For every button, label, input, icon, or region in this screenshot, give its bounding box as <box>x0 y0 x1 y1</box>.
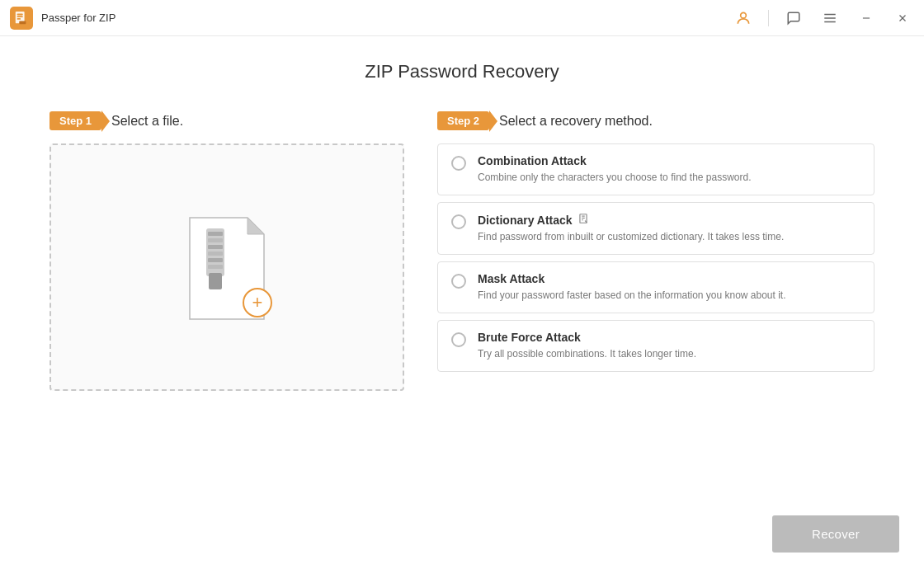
svg-rect-3 <box>17 18 21 20</box>
svg-rect-19 <box>208 258 223 262</box>
svg-rect-20 <box>208 265 223 269</box>
main-content: ZIP Password Recovery Step 1 Select a fi… <box>0 36 924 407</box>
svg-rect-1 <box>17 13 23 15</box>
minimize-button[interactable] <box>855 7 878 30</box>
dictionary-external-icon <box>578 213 589 227</box>
method-name-brute-force: Brute Force Attack <box>478 331 696 344</box>
method-desc-combination: Combine only the characters you choose t… <box>478 170 752 185</box>
step2-label: Select a recovery method. <box>499 114 653 129</box>
svg-rect-21 <box>209 273 222 289</box>
divider <box>768 10 769 26</box>
logo-icon <box>14 11 29 26</box>
method-mask[interactable]: Mask Attack Find your password faster ba… <box>437 261 874 313</box>
radio-combination[interactable] <box>451 156 466 171</box>
file-drop-zone[interactable]: + <box>50 143 404 391</box>
step2-header: Step 2 Select a recovery method. <box>437 111 874 130</box>
app-logo <box>10 7 33 30</box>
svg-rect-2 <box>17 16 23 17</box>
svg-rect-16 <box>208 238 223 242</box>
method-name-mask: Mask Attack <box>478 272 786 285</box>
window-controls <box>732 7 914 30</box>
close-button[interactable] <box>891 7 914 30</box>
account-button[interactable] <box>732 7 755 30</box>
step1-header: Step 1 Select a file. <box>50 111 404 130</box>
app-title: Passper for ZIP <box>41 12 732 24</box>
step1-label: Select a file. <box>111 114 183 129</box>
step1-badge: Step 1 <box>50 111 101 130</box>
add-file-button[interactable]: + <box>243 288 272 317</box>
svg-rect-15 <box>208 232 223 236</box>
method-desc-brute-force: Try all possible combinations. It takes … <box>478 346 696 361</box>
method-brute-force[interactable]: Brute Force Attack Try all possible comb… <box>437 320 874 372</box>
step2-column: Step 2 Select a recovery method. Combina… <box>437 111 874 372</box>
svg-marker-13 <box>248 218 264 234</box>
svg-rect-18 <box>208 252 223 256</box>
svg-point-5 <box>741 12 747 18</box>
recover-btn-row: Recover <box>772 515 899 553</box>
title-bar: Passper for ZIP <box>0 0 924 36</box>
step2-badge: Step 2 <box>437 111 489 130</box>
step1-column: Step 1 Select a file. <box>50 111 404 391</box>
zip-file-icon: + <box>182 214 272 321</box>
method-desc-mask: Find your password faster based on the i… <box>478 288 786 303</box>
radio-mask[interactable] <box>451 274 466 289</box>
menu-button[interactable] <box>818 7 842 30</box>
recover-button[interactable]: Recover <box>772 515 899 553</box>
svg-rect-17 <box>208 245 223 249</box>
method-name-dictionary: Dictionary Attack <box>478 213 784 227</box>
radio-brute-force[interactable] <box>451 332 466 347</box>
method-dictionary[interactable]: Dictionary Attack <box>437 202 874 255</box>
method-list: Combination Attack Combine only the char… <box>437 143 874 372</box>
page-title: ZIP Password Recovery <box>50 61 874 82</box>
method-combination[interactable]: Combination Attack Combine only the char… <box>437 143 874 195</box>
svg-rect-4 <box>19 21 26 24</box>
method-name-combination: Combination Attack <box>478 154 752 167</box>
steps-container: Step 1 Select a file. <box>50 111 874 391</box>
method-desc-dictionary: Find password from inbuilt or customized… <box>478 229 784 244</box>
radio-dictionary[interactable] <box>451 214 466 229</box>
chat-button[interactable] <box>782 7 805 30</box>
